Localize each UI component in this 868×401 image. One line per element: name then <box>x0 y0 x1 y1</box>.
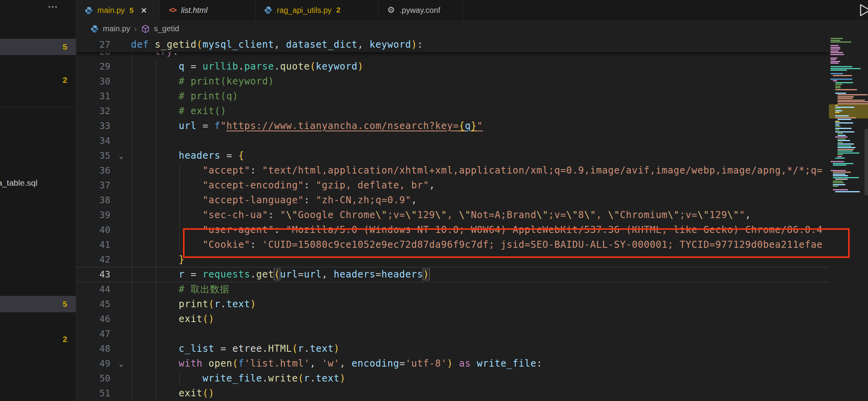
line-number: 32 <box>84 104 110 118</box>
minimap-line <box>830 70 847 71</box>
warning-count-badge: 5 <box>63 299 67 309</box>
code-line-34[interactable]: 34 <box>76 133 829 148</box>
code-text: "sec-ch-ua": "\"Google Chrome\";v=\"129\… <box>131 208 751 222</box>
open-editor-item-main[interactable]: 5 <box>0 39 76 55</box>
code-text: c_list = etree.HTML(r.text) <box>131 341 340 356</box>
minimap-line <box>838 100 865 101</box>
code-line-49[interactable]: 49⌄ with open(f'list.html', 'w', encodin… <box>76 356 829 371</box>
minimap-line <box>838 119 851 120</box>
minimap-line <box>835 117 856 118</box>
sidebar-section-divider <box>0 107 76 107</box>
run-python-file-button[interactable] <box>857 3 868 17</box>
code-text: print(r.text) <box>131 297 256 311</box>
minimap-line <box>835 124 839 125</box>
minimap-line <box>833 177 859 178</box>
code-line-29[interactable]: 29 q = urllib.parse.quote(keyword) <box>76 59 829 74</box>
vertical-scrollbar[interactable] <box>864 129 868 195</box>
minimap-line <box>830 47 840 48</box>
code-line-37[interactable]: 37 "accept-encoding": "gzip, deflate, br… <box>76 178 829 193</box>
line-number: 50 <box>84 371 110 386</box>
tab-main-py[interactable]: main.py5✕ <box>76 0 160 21</box>
minimap-line <box>835 82 853 83</box>
code-line-33[interactable]: 33 url = f"https://www.tianyancha.com/ns… <box>76 118 829 133</box>
minimap-line <box>830 40 840 41</box>
code-line-30[interactable]: 30 # print(keyword) <box>76 74 829 89</box>
minimap-line <box>830 54 844 55</box>
python-icon <box>90 25 99 33</box>
fold-chevron-icon[interactable]: ⌄ <box>115 148 128 163</box>
line-number: 48 <box>84 341 110 356</box>
minimap-line <box>838 142 843 143</box>
code-line-39[interactable]: 39 "sec-ch-ua": "\"Google Chrome\";v=\"1… <box>76 208 829 222</box>
code-line-46[interactable]: 46 exit() <box>76 311 829 326</box>
code-line-35[interactable]: 35⌄ headers = { <box>76 148 829 163</box>
code-line-51[interactable]: 51 exit() <box>76 386 829 401</box>
minimap-line <box>830 66 852 67</box>
code-text: write_file.write(r.text) <box>131 371 346 386</box>
minimap-line <box>833 182 844 183</box>
code-line-47[interactable]: 47 <box>76 326 829 341</box>
minimap-line <box>835 110 842 111</box>
warning-count-badge: 2 <box>63 335 67 344</box>
minimap[interactable] <box>829 37 868 401</box>
code-line-32[interactable]: 32 # exit() <box>76 104 829 118</box>
code-line-36[interactable]: 36 "accept": "text/html,application/xhtm… <box>76 163 829 178</box>
more-actions-icon[interactable]: ⋯ <box>48 1 59 13</box>
tab-warning-badge: 2 <box>336 6 341 14</box>
line-number: 41 <box>84 237 110 252</box>
minimap-line <box>835 179 848 180</box>
minimap-line <box>830 63 839 64</box>
gear-icon: ⚙ <box>386 5 396 15</box>
code-line-44[interactable]: 44 # 取出数据 <box>76 282 829 297</box>
tab-rag-api-utils-py[interactable]: rag_api_utils.py2 <box>256 0 378 20</box>
minimap-line <box>838 145 851 147</box>
minimap-line <box>833 189 848 190</box>
html-icon: <> <box>168 5 177 15</box>
line-number: 29 <box>84 59 110 74</box>
minimap-line <box>830 170 846 171</box>
line-number: 37 <box>84 178 110 193</box>
fold-chevron-icon[interactable]: ⌄ <box>115 356 128 371</box>
tree-item-main-py[interactable]: 5 <box>0 296 76 312</box>
tree-item-rag-py[interactable]: 2 <box>0 331 76 347</box>
code-line-38[interactable]: 38 "accept-language": "zh-CN,zh;q=0.9", <box>76 193 829 208</box>
code-editor[interactable]: 28 try:29 q = urllib.parse.quote(keyword… <box>76 37 829 401</box>
code-line-50[interactable]: 50 write_file.write(r.text) <box>76 371 829 386</box>
minimap-line <box>830 50 839 52</box>
code-line-31[interactable]: 31 # print(q) <box>76 89 829 104</box>
close-icon[interactable]: ✕ <box>141 6 147 15</box>
tab-label: rag_api_utils.py <box>277 6 332 15</box>
minimap-line <box>833 175 848 176</box>
line-number: 43 <box>84 267 110 282</box>
sticky-scroll-line[interactable]: 27def s_getid(mysql_client, dataset_dict… <box>76 37 829 52</box>
minimap-line <box>835 128 852 129</box>
line-number: 31 <box>84 89 110 104</box>
code-text: # print(keyword) <box>131 74 274 89</box>
minimap-line <box>838 98 853 99</box>
breadcrumb-file[interactable]: main.py <box>103 24 130 33</box>
line-number: 38 <box>84 193 110 208</box>
indent-guide <box>132 133 132 148</box>
line-number: 33 <box>84 118 110 133</box>
tab-list-html[interactable]: <>list.html <box>160 0 256 20</box>
minimap-line <box>838 154 843 155</box>
line-number: 51 <box>84 386 110 401</box>
minimap-line <box>838 143 854 145</box>
minimap-line <box>830 52 843 53</box>
code-text: r = requests.get(url=url, headers=header… <box>131 267 429 282</box>
code-line-43[interactable]: 43 r = requests.get(url=url, headers=hea… <box>76 267 829 282</box>
open-editor-item-rag[interactable]: 2 <box>0 72 76 88</box>
tree-item-a-table-sql[interactable]: a_table.sql <box>0 178 38 188</box>
tab--pyway-conf[interactable]: ⚙.pyway.conf <box>378 0 463 20</box>
line-number: 36 <box>84 163 110 178</box>
code-line-48[interactable]: 48 c_list = etree.HTML(r.text) <box>76 341 829 356</box>
minimap-line <box>835 129 839 131</box>
minimap-line <box>835 105 838 106</box>
line-number: 39 <box>84 208 110 222</box>
code-text: def s_getid(mysql_client, dataset_dict, … <box>131 37 423 52</box>
warning-count-badge: 2 <box>63 75 67 85</box>
breadcrumb-symbol[interactable]: s_getid <box>154 24 179 33</box>
minimap-line <box>830 161 844 162</box>
code-line-45[interactable]: 45 print(r.text) <box>76 297 829 311</box>
minimap-line <box>830 79 852 80</box>
